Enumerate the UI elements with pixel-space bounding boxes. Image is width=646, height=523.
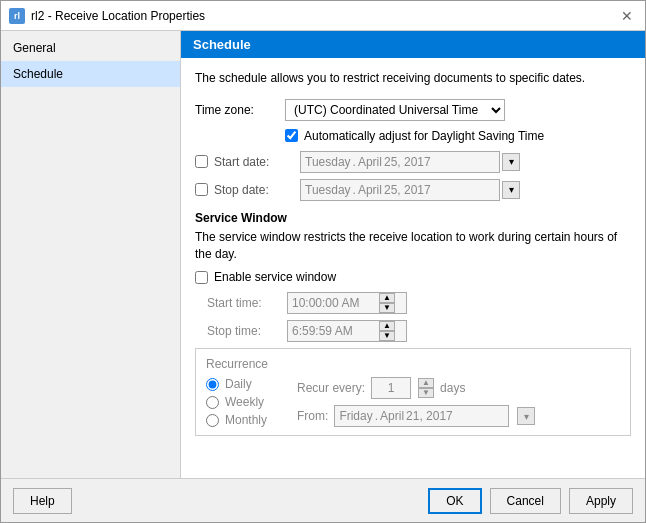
start-time-row: Start time: ▲ ▼ [207, 292, 631, 314]
service-window-title: Service Window [195, 211, 631, 225]
start-date-label: Start date: [214, 155, 289, 169]
recurrence-group: Recurrence Daily Weekly [195, 348, 631, 436]
recurrence-daily-radio[interactable] [206, 378, 219, 391]
start-time-spinner: ▲ ▼ [379, 293, 395, 313]
ok-button[interactable]: OK [428, 488, 481, 514]
recurrence-daily-row: Daily [206, 377, 267, 391]
recur-every-spin-up[interactable]: ▲ [418, 378, 434, 388]
stop-time-input[interactable] [288, 324, 378, 338]
from-date-month: April [380, 409, 404, 423]
window-title: rl2 - Receive Location Properties [31, 9, 205, 23]
panel-description: The schedule allows you to restrict rece… [195, 70, 631, 87]
dst-row: Automatically adjust for Daylight Saving… [285, 129, 631, 143]
stop-date-row: Stop date: Tuesday . April 25, 2017 ▾ [195, 179, 631, 201]
stop-date-label: Stop date: [214, 183, 289, 197]
service-window-description: The service window restricts the receive… [195, 229, 631, 263]
recur-every-row: Recur every: ▲ ▼ days [297, 377, 535, 399]
from-label: From: [297, 409, 328, 423]
recur-every-spinner: ▲ ▼ [418, 378, 434, 398]
start-time-label: Start time: [207, 296, 287, 310]
stop-time-spinner: ▲ ▼ [379, 321, 395, 341]
stop-time-spin-down[interactable]: ▼ [379, 331, 395, 341]
start-date-label-area: Start date: [195, 155, 300, 169]
from-date-calendar-button[interactable]: ▾ [517, 407, 535, 425]
enable-service-window-row: Enable service window [195, 270, 631, 284]
timezone-label: Time zone: [195, 103, 285, 117]
cancel-button[interactable]: Cancel [490, 488, 561, 514]
dst-checkbox[interactable] [285, 129, 298, 142]
start-date-field: Tuesday . April 25, 2017 [300, 151, 500, 173]
title-bar: rl rl2 - Receive Location Properties ✕ [1, 1, 645, 31]
from-date-field: Friday . April 21, 2017 [334, 405, 509, 427]
timezone-row: Time zone: (UTC) Coordinated Universal T… [195, 99, 631, 121]
apply-button[interactable]: Apply [569, 488, 633, 514]
start-time-spin-up[interactable]: ▲ [379, 293, 395, 303]
recur-every-spin-down[interactable]: ▼ [418, 388, 434, 398]
sidebar-item-schedule[interactable]: Schedule [1, 61, 180, 87]
title-bar-left: rl rl2 - Receive Location Properties [9, 8, 205, 24]
recurrence-weekly-radio[interactable] [206, 396, 219, 409]
stop-date-checkbox[interactable] [195, 183, 208, 196]
start-date-month: April [358, 155, 382, 169]
stop-time-field: ▲ ▼ [287, 320, 407, 342]
start-time-spin-down[interactable]: ▼ [379, 303, 395, 313]
start-date-calendar-button[interactable]: ▾ [502, 153, 520, 171]
stop-date-calendar-button[interactable]: ▾ [502, 181, 520, 199]
start-date-day: Tuesday [305, 155, 351, 169]
from-date-day: Friday [339, 409, 372, 423]
sidebar-item-general[interactable]: General [1, 35, 180, 61]
main-content: General Schedule Schedule The schedule a… [1, 31, 645, 478]
enable-service-window-checkbox[interactable] [195, 271, 208, 284]
start-time-field: ▲ ▼ [287, 292, 407, 314]
from-row: From: Friday . April 21, 2017 ▾ [297, 405, 535, 427]
sidebar: General Schedule [1, 31, 181, 478]
stop-time-row: Stop time: ▲ ▼ [207, 320, 631, 342]
recurrence-right-panel: Recur every: ▲ ▼ days From: [297, 377, 535, 427]
recurrence-weekly-label: Weekly [225, 395, 264, 409]
enable-service-window-label: Enable service window [214, 270, 336, 284]
recurrence-layout: Daily Weekly Monthly [206, 377, 620, 427]
stop-date-label-area: Stop date: [195, 183, 300, 197]
recur-every-input[interactable] [371, 377, 411, 399]
panel-body: The schedule allows you to restrict rece… [181, 58, 645, 478]
recur-every-unit: days [440, 381, 465, 395]
start-time-input[interactable] [288, 296, 378, 310]
recurrence-monthly-label: Monthly [225, 413, 267, 427]
app-icon: rl [9, 8, 25, 24]
stop-date-month: April [358, 183, 382, 197]
dst-label: Automatically adjust for Daylight Saving… [304, 129, 544, 143]
recurrence-monthly-radio[interactable] [206, 414, 219, 427]
start-date-row: Start date: Tuesday . April 25, 2017 ▾ [195, 151, 631, 173]
panel-header: Schedule [181, 31, 645, 58]
stop-date-value: 25, 2017 [384, 183, 431, 197]
recurrence-monthly-row: Monthly [206, 413, 267, 427]
stop-time-label: Stop time: [207, 324, 287, 338]
recurrence-weekly-row: Weekly [206, 395, 267, 409]
recurrence-daily-label: Daily [225, 377, 252, 391]
recurrence-options: Daily Weekly Monthly [206, 377, 267, 427]
from-date-value: 21, 2017 [406, 409, 453, 423]
recurrence-title: Recurrence [206, 357, 620, 371]
start-date-checkbox[interactable] [195, 155, 208, 168]
timezone-dropdown[interactable]: (UTC) Coordinated Universal Time [285, 99, 505, 121]
stop-date-day: Tuesday [305, 183, 351, 197]
bottom-right-buttons: OK Cancel Apply [428, 488, 633, 514]
help-button[interactable]: Help [13, 488, 72, 514]
recur-every-label: Recur every: [297, 381, 365, 395]
start-date-value: 25, 2017 [384, 155, 431, 169]
bottom-bar: Help OK Cancel Apply [1, 478, 645, 522]
close-button[interactable]: ✕ [617, 6, 637, 26]
stop-time-spin-up[interactable]: ▲ [379, 321, 395, 331]
main-panel: Schedule The schedule allows you to rest… [181, 31, 645, 478]
stop-date-field: Tuesday . April 25, 2017 [300, 179, 500, 201]
main-window: rl rl2 - Receive Location Properties ✕ G… [0, 0, 646, 523]
